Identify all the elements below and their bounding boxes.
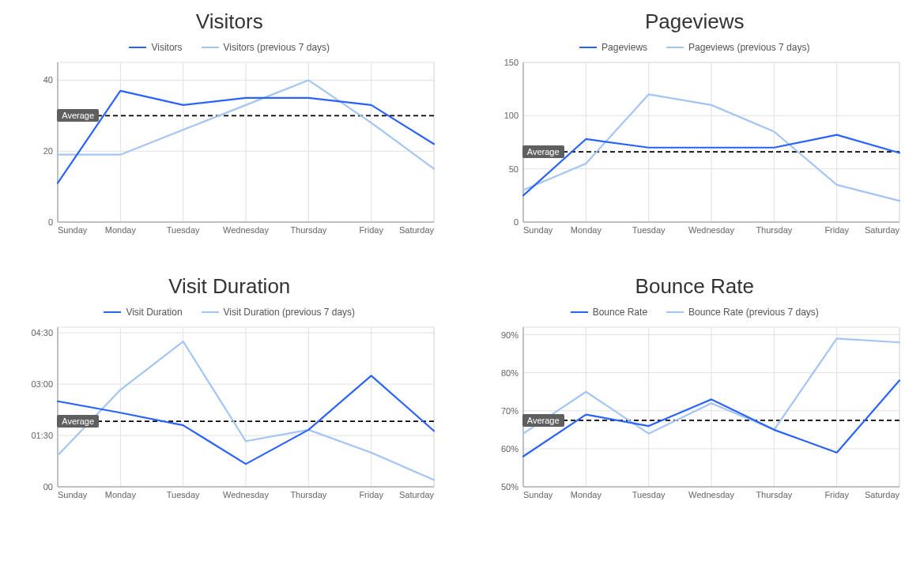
svg-text:Friday: Friday [360,225,384,235]
svg-text:Tuesday: Tuesday [632,225,666,235]
chart-card-visitors: Visitors Visitors Visitors (previous 7 d… [6,6,453,239]
svg-text:Saturday: Saturday [399,490,435,499]
legend-swatch-previous [666,311,684,313]
svg-text:50: 50 [509,164,519,174]
svg-text:Tuesday: Tuesday [167,225,200,235]
svg-text:Thursday: Thursday [756,490,792,499]
legend-item-current: Bounce Rate [571,307,647,318]
svg-text:Sunday: Sunday [58,225,88,235]
legend-swatch-current [129,47,146,48]
svg-text:Saturday: Saturday [399,225,435,235]
legend-swatch-previous [666,47,684,48]
legend-item-previous: Visit Duration (previous 7 days) [202,307,356,318]
svg-text:90%: 90% [501,330,519,340]
average-badge: Average [522,414,564,427]
svg-text:Monday: Monday [105,490,137,499]
svg-text:Tuesday: Tuesday [167,490,200,499]
legend-label: Pageviews [602,42,647,53]
chart-title: Bounce Rate [635,274,754,299]
svg-text:Friday: Friday [824,490,849,499]
svg-text:100: 100 [503,111,518,120]
chart-title: Visit Duration [168,274,290,299]
average-badge: Average [57,109,99,122]
svg-text:Wednesday: Wednesday [223,225,269,235]
chart-card-pageviews: Pageviews Pageviews Pageviews (previous … [472,6,918,239]
svg-text:Tuesday: Tuesday [632,490,666,499]
svg-text:Thursday: Thursday [756,225,792,235]
svg-text:Wednesday: Wednesday [688,225,734,235]
svg-text:80%: 80% [501,368,519,378]
average-badge: Average [57,415,99,428]
svg-text:Sunday: Sunday [523,225,553,235]
svg-text:60%: 60% [501,444,519,454]
svg-text:00: 00 [43,482,53,492]
svg-text:Monday: Monday [571,225,602,235]
chart-title: Visitors [196,9,263,34]
svg-text:Friday: Friday [824,225,849,235]
legend-item-previous: Bounce Rate (previous 7 days) [666,307,819,318]
legend-item-previous: Visitors (previous 7 days) [202,42,330,53]
legend-item-current: Visitors [129,42,182,53]
svg-text:20: 20 [43,146,53,156]
svg-text:Thursday: Thursday [291,490,327,499]
legend-swatch-previous [202,311,219,313]
svg-text:50%: 50% [501,482,519,492]
chart-card-visit-duration: Visit Duration Visit Duration Visit Dura… [6,271,453,504]
svg-text:Sunday: Sunday [523,490,553,499]
svg-text:150: 150 [503,58,518,67]
legend-label: Visitors [151,42,182,53]
svg-text:Sunday: Sunday [58,490,88,499]
chart-plot-visitors: 02040SundayMondayTuesdayWednesdayThursda… [20,58,439,239]
legend-label: Bounce Rate [593,307,647,318]
legend-label: Visit Duration [126,307,182,318]
svg-text:Friday: Friday [360,490,384,499]
average-badge: Average [522,145,564,158]
svg-text:Thursday: Thursday [291,225,327,235]
svg-text:Saturday: Saturday [865,490,900,499]
svg-text:Wednesday: Wednesday [223,490,269,499]
chart-plot-pageviews: 050100150SundayMondayTuesdayWednesdayThu… [485,58,904,239]
svg-text:Wednesday: Wednesday [688,490,734,499]
legend-label: Pageviews (previous 7 days) [688,42,809,53]
legend-label: Bounce Rate (previous 7 days) [688,307,819,318]
svg-text:Monday: Monday [105,225,137,235]
chart-legend: Visit Duration Visit Duration (previous … [104,307,355,318]
svg-text:Saturday: Saturday [865,225,900,235]
legend-label: Visitors (previous 7 days) [224,42,330,53]
legend-swatch-current [579,47,597,48]
chart-legend: Bounce Rate Bounce Rate (previous 7 days… [571,307,819,318]
legend-swatch-current [571,311,588,313]
svg-text:01:30: 01:30 [32,431,54,440]
chart-title: Pageviews [645,9,745,34]
chart-card-bounce-rate: Bounce Rate Bounce Rate Bounce Rate (pre… [472,271,918,504]
svg-text:0: 0 [48,217,53,227]
legend-label: Visit Duration (previous 7 days) [224,307,356,318]
svg-text:70%: 70% [501,406,519,416]
chart-legend: Visitors Visitors (previous 7 days) [129,42,330,53]
chart-plot-visit-duration: 0001:3003:0004:30SundayMondayTuesdayWedn… [20,322,439,504]
chart-legend: Pageviews Pageviews (previous 7 days) [579,42,809,53]
legend-item-current: Visit Duration [104,307,182,318]
dashboard-grid: Visitors Visitors Visitors (previous 7 d… [6,6,918,504]
legend-swatch-current [104,311,121,313]
legend-swatch-previous [202,47,219,48]
svg-text:04:30: 04:30 [32,328,54,337]
legend-item-previous: Pageviews (previous 7 days) [666,42,809,53]
chart-plot-bounce-rate: 50%60%70%80%90%SundayMondayTuesdayWednes… [485,322,904,504]
svg-text:40: 40 [43,75,53,85]
svg-text:03:00: 03:00 [32,379,54,389]
svg-text:0: 0 [514,217,519,227]
legend-item-current: Pageviews [579,42,647,53]
svg-text:Monday: Monday [571,490,602,499]
